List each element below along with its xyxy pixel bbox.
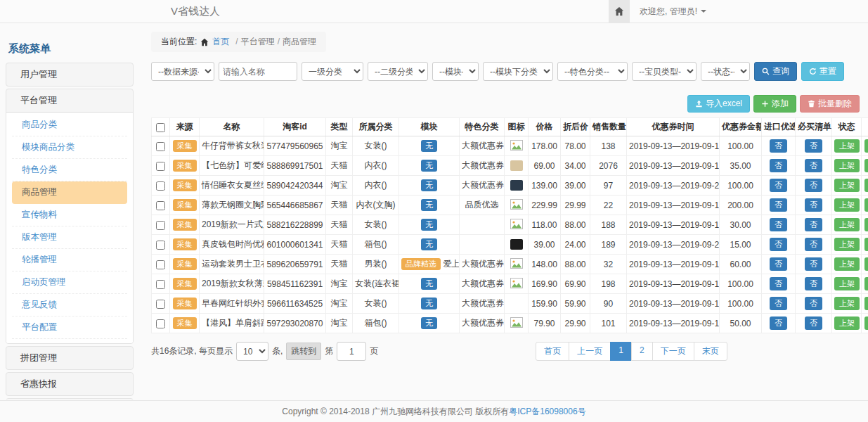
edit-button[interactable] xyxy=(864,277,868,290)
must-buy-toggle[interactable]: 否 xyxy=(805,297,822,310)
status-filter-select[interactable]: --状态-- xyxy=(701,62,750,81)
import-choice-toggle[interactable]: 否 xyxy=(770,257,787,271)
import-choice-toggle[interactable]: 否 xyxy=(770,218,787,231)
breadcrumb-home-link[interactable]: 首页 xyxy=(212,36,229,48)
status-toggle[interactable]: 上架 xyxy=(834,316,860,330)
status-toggle[interactable]: 上架 xyxy=(834,297,860,310)
status-toggle[interactable]: 上架 xyxy=(834,277,860,290)
sidebar-item-feature-category[interactable]: 特色分类 xyxy=(12,159,127,181)
item-type-filter-select[interactable]: --宝贝类型-- xyxy=(632,62,697,81)
import-choice-toggle[interactable]: 否 xyxy=(770,198,787,212)
edit-button[interactable] xyxy=(864,218,868,231)
edit-button[interactable] xyxy=(864,316,868,330)
sidebar-item-goods-mgmt[interactable]: 商品管理 xyxy=(12,181,127,204)
cell-sales: 90 xyxy=(590,294,627,314)
sidebar-item-feedback[interactable]: 意见反馈 xyxy=(12,294,127,316)
page-button-first[interactable]: 首页 xyxy=(536,342,569,361)
user-menu[interactable]: 欢迎您, 管理员! xyxy=(630,0,716,23)
level2-category-filter-select[interactable]: --二级分类-- xyxy=(368,62,428,81)
page-button-prev[interactable]: 上一页 xyxy=(569,342,611,361)
sidebar-section-express-news[interactable]: 省惠快报 xyxy=(6,373,133,395)
must-buy-toggle[interactable]: 否 xyxy=(805,316,822,330)
page-button-last[interactable]: 末页 xyxy=(694,342,727,361)
must-buy-toggle[interactable]: 否 xyxy=(805,179,822,192)
status-toggle[interactable]: 上架 xyxy=(834,139,860,153)
row-checkbox[interactable] xyxy=(156,181,165,191)
sidebar-section-message-mgmt[interactable]: 消息管理 xyxy=(6,399,133,399)
import-choice-toggle[interactable]: 否 xyxy=(770,179,787,192)
cell-source: 采集 xyxy=(170,156,200,176)
edit-button[interactable] xyxy=(864,139,868,153)
module-filter-select[interactable]: --模块-- xyxy=(432,62,479,81)
module-badge: 无 xyxy=(421,179,437,191)
must-buy-toggle[interactable]: 否 xyxy=(805,277,822,290)
status-toggle[interactable]: 上架 xyxy=(834,159,860,172)
edit-button[interactable] xyxy=(864,159,868,172)
home-button[interactable] xyxy=(609,0,630,23)
import-excel-label: 导入excel xyxy=(706,98,742,110)
edit-button[interactable] xyxy=(864,179,868,192)
reset-button[interactable]: 重置 xyxy=(801,62,844,81)
sidebar-item-version-mgmt[interactable]: 版本管理 xyxy=(12,226,127,249)
import-choice-toggle[interactable]: 否 xyxy=(770,277,787,290)
row-checkbox[interactable] xyxy=(156,162,165,171)
edit-button[interactable] xyxy=(864,238,868,251)
module-sub-category-filter-select[interactable]: --模块下分类-- xyxy=(483,62,553,81)
sidebar-item-goods-category[interactable]: 商品分类 xyxy=(12,114,127,136)
import-choice-toggle[interactable]: 否 xyxy=(770,159,787,172)
row-checkbox[interactable] xyxy=(156,260,165,269)
import-choice-toggle[interactable]: 否 xyxy=(770,316,787,330)
icp-link[interactable]: 粤ICP备16098006号 xyxy=(509,406,585,418)
search-button[interactable]: 查询 xyxy=(754,62,797,81)
import-choice-toggle[interactable]: 否 xyxy=(770,297,787,310)
per-page-select[interactable]: 10 xyxy=(236,342,268,361)
edit-button[interactable] xyxy=(864,198,868,212)
status-toggle[interactable]: 上架 xyxy=(834,218,860,231)
row-checkbox[interactable] xyxy=(156,280,165,289)
row-checkbox[interactable] xyxy=(156,300,165,309)
status-toggle[interactable]: 上架 xyxy=(834,198,860,212)
row-checkbox[interactable] xyxy=(156,221,165,230)
page-button-2[interactable]: 2 xyxy=(631,342,653,361)
page-button-1[interactable]: 1 xyxy=(610,342,632,361)
status-toggle[interactable]: 上架 xyxy=(834,257,860,271)
sidebar-item-platform-config[interactable]: 平台配置 xyxy=(12,316,127,339)
jump-button[interactable]: 跳转到 xyxy=(286,343,321,360)
import-choice-toggle[interactable]: 否 xyxy=(770,238,787,251)
level1-category-filter-select[interactable]: 一级分类 xyxy=(302,62,363,81)
edit-button[interactable] xyxy=(864,257,868,271)
sidebar-item-module-goods-category[interactable]: 模块商品分类 xyxy=(12,136,127,159)
sidebar-item-splash-page-mgmt[interactable]: 启动页管理 xyxy=(12,271,127,294)
must-buy-toggle[interactable]: 否 xyxy=(805,257,822,271)
row-checkbox[interactable] xyxy=(156,319,165,328)
row-checkbox[interactable] xyxy=(156,241,165,250)
name-filter-input[interactable] xyxy=(219,62,297,81)
import-excel-button[interactable]: 导入excel xyxy=(687,95,750,113)
must-buy-toggle[interactable]: 否 xyxy=(805,159,822,172)
feature-category-filter-select[interactable]: --特色分类-- xyxy=(557,62,628,81)
data-source-filter-select[interactable]: --数据来源-- xyxy=(151,62,214,81)
select-all-checkbox[interactable] xyxy=(156,123,165,132)
edit-button[interactable] xyxy=(864,297,868,310)
ops-cell-content xyxy=(864,219,868,229)
sidebar-section-user-mgmt[interactable]: 用户管理 xyxy=(6,63,133,86)
page-footer: Copyright © 2014-2018 广州九驰网络科技有限公司 版权所有 … xyxy=(0,400,868,422)
batch-delete-button[interactable]: 批量删除 xyxy=(800,95,860,113)
import-choice-toggle[interactable]: 否 xyxy=(770,139,787,153)
must-buy-toggle[interactable]: 否 xyxy=(805,139,822,153)
sidebar-item-carousel-mgmt[interactable]: 轮播管理 xyxy=(12,249,127,271)
status-toggle[interactable]: 上架 xyxy=(834,238,860,251)
page-button-next[interactable]: 下一页 xyxy=(652,342,694,361)
must-buy-toggle[interactable]: 否 xyxy=(805,238,822,251)
jump-page-input[interactable] xyxy=(337,342,366,361)
column-header: 优惠券金额 xyxy=(720,118,762,136)
must-buy-toggle[interactable]: 否 xyxy=(805,198,822,212)
row-checkbox[interactable] xyxy=(156,201,165,210)
sidebar-section-group-buy-mgmt[interactable]: 拼团管理 xyxy=(6,347,133,369)
row-checkbox[interactable] xyxy=(156,142,165,151)
sidebar-section-platform-mgmt[interactable]: 平台管理 xyxy=(6,89,133,112)
sidebar-item-promo-material[interactable]: 宣传物料 xyxy=(12,204,127,226)
add-button[interactable]: 添加 xyxy=(753,95,796,113)
must-buy-toggle[interactable]: 否 xyxy=(805,218,822,231)
status-toggle[interactable]: 上架 xyxy=(834,179,860,192)
